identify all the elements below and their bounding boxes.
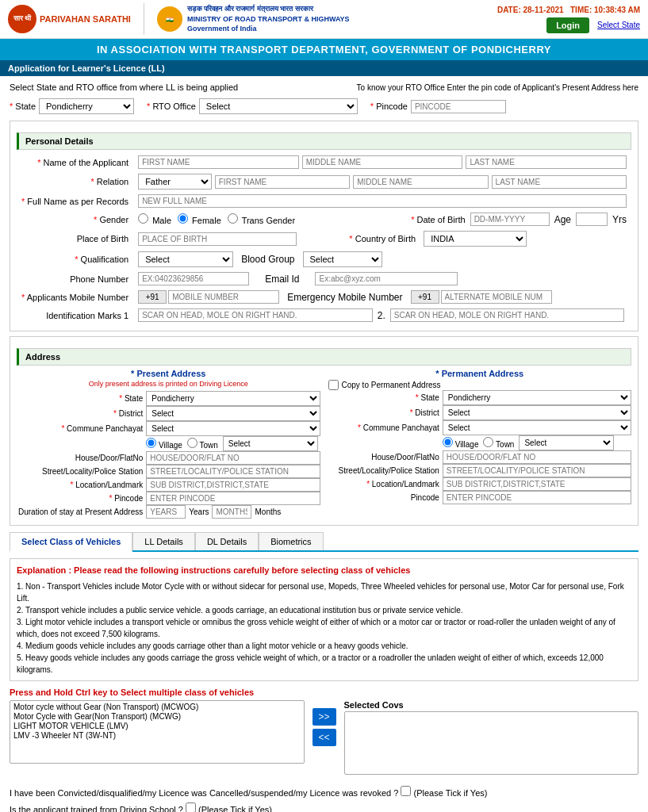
perm-commune-label: Commune Panchayat [328,420,443,435]
phone-label: Phone Number [17,270,133,288]
country-birth-label: Country of Birth [305,234,416,243]
blood-group-select[interactable]: Select [303,251,382,267]
vehicle-option-1[interactable]: Motor cycle without Gear (Non Transport)… [13,703,301,712]
present-pincode-input[interactable] [146,492,320,505]
present-house-field [146,451,320,465]
perm-house-row: House/Door/FlatNo [328,450,632,464]
vehicle-option-3[interactable]: LIGHT MOTOR VEHICLE (LMV) [13,722,301,731]
select-state-link[interactable]: Select State [597,21,640,29]
present-pincode-label: Pincode [17,492,146,505]
pincode-input[interactable] [411,100,506,113]
perm-village-select[interactable]: Select [519,435,614,450]
gender-trans[interactable]: Trans Gender [228,213,295,225]
mobile-group [138,290,279,304]
vehicle-multiselect[interactable]: Motor cycle without Gear (Non Transport)… [10,700,305,764]
date-label: DATE: [497,6,521,14]
gender-trans-radio[interactable] [228,213,238,224]
selected-covs-list[interactable] [344,711,639,775]
present-town-radio-label[interactable]: Town [187,438,218,450]
association-banner: IN ASSOCIATION WITH TRANSPORT DEPARTMENT… [0,39,648,60]
relation-select[interactable]: Father Mother Guardian Spouse [138,174,212,190]
move-left-button[interactable]: << [312,729,336,746]
country-birth-select[interactable]: INDIA [424,231,527,247]
years-input[interactable] [146,505,186,519]
vehicle-option-2[interactable]: Motor Cycle with Gear(Non Transport) (MC… [13,712,301,722]
perm-state-select[interactable]: Pondicherry [443,390,631,405]
last-name-input[interactable] [466,155,627,169]
gender-radio-group: Male Female Trans Gender [138,213,295,225]
emergency-label: Emergency Mobile Number [287,292,402,303]
email-input[interactable] [315,272,458,285]
header-divider [144,3,144,35]
present-street-input[interactable] [146,465,320,478]
fullname-input[interactable] [138,194,627,208]
mobile-code[interactable] [138,290,167,304]
present-house-input[interactable] [146,451,320,465]
middle-name-input[interactable] [302,155,463,169]
perm-pincode-input[interactable] [443,491,631,504]
header-right: DATE: 28-11-2021 TIME: 10:38:43 AM Login… [497,6,640,33]
present-location-field [146,478,320,492]
phone-input[interactable] [138,272,249,285]
relation-last-name[interactable] [492,175,627,189]
tab-biometrics[interactable]: Biometrics [259,532,323,550]
conviction-q2-checkbox[interactable] [186,802,196,813]
id-marks-1-input[interactable] [138,308,373,322]
gender-dob-fields: Male Female Trans Gender Date of Birth A… [133,210,631,228]
perm-village-radio[interactable] [443,437,453,447]
dob-input[interactable] [470,213,550,226]
present-addr-title: * Present Address [17,369,320,378]
conviction-q1-checkbox[interactable] [401,786,411,796]
present-location-input[interactable] [146,478,320,492]
personal-details-table: Name of the Applicant Relation Father [17,153,631,324]
gender-female[interactable]: Female [178,213,221,225]
relation-first-name[interactable] [215,175,350,189]
perm-village-radio-label[interactable]: Village [443,437,479,449]
present-town-radio[interactable] [187,438,197,448]
age-unit: Yrs [612,214,627,225]
copy-perm-checkbox[interactable] [328,380,339,390]
tab-ll-details[interactable]: LL Details [132,532,195,550]
first-name-input[interactable] [138,155,299,169]
age-input[interactable] [576,213,608,226]
state-select[interactable]: Pondicherry [39,98,134,114]
gender-female-radio[interactable] [178,213,188,224]
rto-select[interactable]: Select [199,98,358,114]
mobile-label: Applicants Mobile Number [17,288,133,306]
months-input[interactable] [212,505,251,519]
perm-commune-select[interactable]: Select [443,420,631,435]
gender-male[interactable]: Male [138,213,171,225]
relation-middle-name[interactable] [353,175,488,189]
tab-select-class[interactable]: Select Class of Vehicles [10,532,132,552]
emergency-input[interactable] [441,290,552,304]
present-village-select[interactable]: Select [223,436,318,451]
present-commune-label: Commune Panchayat [17,421,146,436]
login-button[interactable]: Login [546,17,589,33]
move-right-button[interactable]: >> [312,708,336,726]
emergency-code[interactable] [411,290,439,304]
present-district-select[interactable]: Select [146,406,320,421]
perm-town-radio[interactable] [483,437,493,447]
gender-male-radio[interactable] [138,213,148,224]
qualification-select[interactable]: Select [138,251,233,267]
time-label: TIME: [570,6,592,14]
vehicle-option-4[interactable]: LMV -3 Wheeler NT (3W-NT) [13,731,301,741]
present-village-radio-label[interactable]: Village [146,438,182,450]
present-commune-select[interactable]: Select [146,421,320,436]
mobile-input[interactable] [168,290,279,304]
instruction-5: 5. Heavy goods vehicle includes any good… [17,652,631,676]
perm-street-input[interactable] [443,464,631,477]
perm-location-input[interactable] [443,477,631,491]
perm-house-input[interactable] [443,450,631,464]
copy-perm-label[interactable]: Copy to Permanent Address [342,381,441,389]
perm-town-radio-label[interactable]: Town [483,437,514,449]
present-state-select[interactable]: Pondicherry [146,391,320,406]
tab-dl-details[interactable]: DL Details [195,532,259,550]
present-district-field: Select [146,406,320,421]
address-section: Address * Present Address Only present a… [10,336,638,526]
present-village-radio[interactable] [146,438,156,448]
id-marks-2-input[interactable] [390,308,625,322]
perm-district-select[interactable]: Select [443,405,631,420]
place-birth-input[interactable] [138,232,297,246]
present-house-row: House/Door/FlatNo [17,451,320,465]
